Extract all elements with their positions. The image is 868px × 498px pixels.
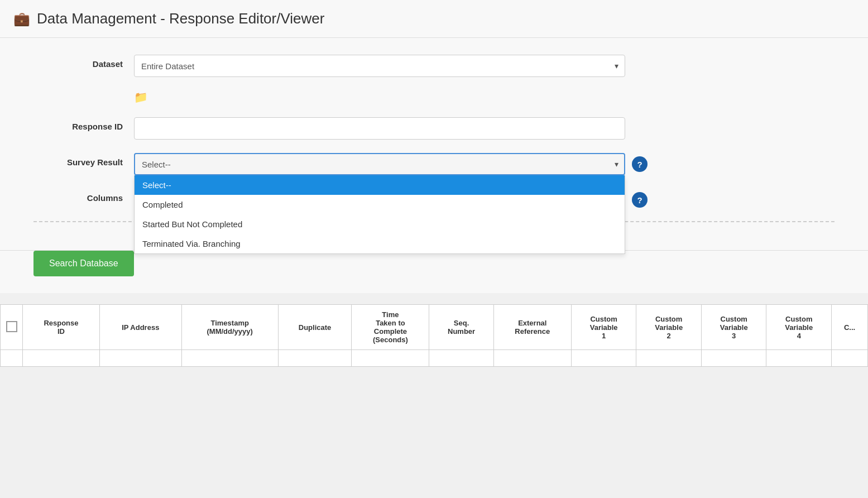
- cell-custom-var-4: [766, 350, 832, 367]
- dropdown-option-select[interactable]: Select--: [135, 175, 625, 195]
- cell-custom-var-1: [571, 350, 636, 367]
- th-custom-var-1: CustomVariable1: [571, 305, 636, 350]
- cell-duplicate: [278, 350, 352, 367]
- dataset-select[interactable]: Entire Dataset: [134, 55, 625, 77]
- th-custom-var-4: CustomVariable4: [766, 305, 832, 350]
- folder-icon[interactable]: 📁: [134, 90, 148, 104]
- form-area: Dataset Entire Dataset ▾ 📁 Response ID 0…: [0, 38, 868, 251]
- th-seq-number: Seq.Number: [429, 305, 493, 350]
- th-custom-var-2: CustomVariable2: [636, 305, 702, 350]
- cell-custom-var-2: [636, 350, 702, 367]
- select-all-checkbox[interactable]: [6, 321, 17, 332]
- survey-result-row: Survey Result Select-- Completed Started…: [33, 153, 835, 175]
- survey-result-label: Survey Result: [33, 153, 123, 167]
- dropdown-option-completed[interactable]: Completed: [135, 195, 625, 214]
- response-id-label: Response ID: [33, 117, 123, 131]
- th-time-taken: TimeTaken toComplete(Seconds): [352, 305, 429, 350]
- th-custom-var-extra: C...: [832, 305, 868, 350]
- survey-result-help-icon[interactable]: ?: [632, 156, 648, 172]
- survey-result-dropdown: Select-- Completed Started But Not Compl…: [134, 175, 625, 254]
- th-duplicate: Duplicate: [278, 305, 352, 350]
- dataset-label: Dataset: [33, 55, 123, 69]
- cell-custom-var-extra: [832, 350, 868, 367]
- th-custom-var-3: CustomVariable3: [701, 305, 766, 350]
- columns-help-icon[interactable]: ?: [632, 192, 648, 208]
- response-id-control-wrap: 0: [134, 117, 625, 140]
- cell-ip-address: [99, 350, 181, 367]
- results-table: ResponseID IP Address Timestamp(MM/dd/yy…: [0, 304, 868, 367]
- cell-checkbox: [1, 350, 23, 367]
- th-response-id: ResponseID: [23, 305, 100, 350]
- cell-timestamp: [181, 350, 278, 367]
- response-id-row: Response ID 0: [33, 117, 835, 140]
- th-external-reference: ExternalReference: [493, 305, 571, 350]
- dropdown-option-terminated[interactable]: Terminated Via. Branching: [135, 234, 625, 253]
- survey-result-field-with-help: Select-- Completed Started But Not Compl…: [134, 153, 835, 175]
- table-row: [1, 350, 868, 367]
- briefcase-icon: 💼: [13, 11, 30, 27]
- table-area: ResponseID IP Address Timestamp(MM/dd/yy…: [0, 304, 868, 367]
- table-header-row: ResponseID IP Address Timestamp(MM/dd/yy…: [1, 305, 868, 350]
- dataset-row: Dataset Entire Dataset ▾: [33, 55, 835, 77]
- table-body: [1, 350, 868, 367]
- page-header: 💼 Data Management - Response Editor/View…: [0, 0, 868, 38]
- dataset-control-wrap: Entire Dataset ▾: [134, 55, 625, 77]
- cell-custom-var-3: [701, 350, 766, 367]
- survey-result-select[interactable]: Select-- Completed Started But Not Compl…: [134, 153, 625, 175]
- cell-external-reference: [493, 350, 571, 367]
- response-id-input[interactable]: 0: [134, 117, 625, 140]
- th-timestamp: Timestamp(MM/dd/yyyy): [181, 305, 278, 350]
- survey-result-control-wrap: Select-- Completed Started But Not Compl…: [134, 153, 625, 175]
- th-checkbox: [1, 305, 23, 350]
- dropdown-option-started[interactable]: Started But Not Completed: [135, 214, 625, 234]
- page-title: Data Management - Response Editor/Viewer: [37, 10, 324, 27]
- cell-response-id: [23, 350, 100, 367]
- cell-time-taken: [352, 350, 429, 367]
- search-database-button[interactable]: Search Database: [33, 251, 134, 276]
- columns-label: Columns: [33, 189, 123, 203]
- search-button-row: Search Database: [0, 251, 868, 293]
- cell-seq-number: [429, 350, 493, 367]
- th-ip-address: IP Address: [99, 305, 181, 350]
- folder-row: 📁: [33, 90, 835, 104]
